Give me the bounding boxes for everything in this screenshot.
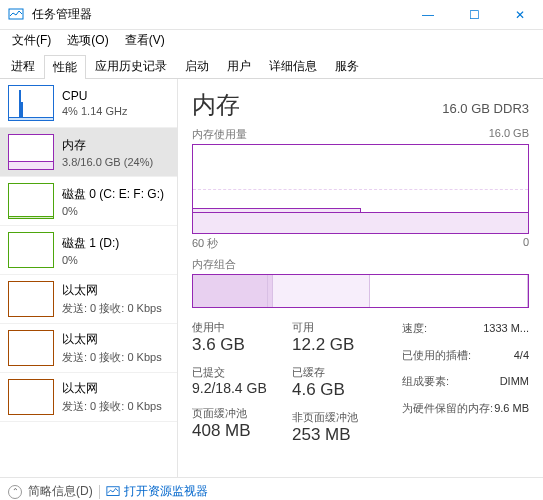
sidebar-item-cpu[interactable]: CPU 4% 1.14 GHz bbox=[0, 79, 177, 128]
sidebar-item-disk-0[interactable]: 磁盘 0 (C: E: F: G:) 0% bbox=[0, 177, 177, 226]
stat-paged: 页面缓冲池 408 MB bbox=[192, 406, 292, 441]
stat-value: 3.6 GB bbox=[192, 335, 292, 355]
stat-value: 4.6 GB bbox=[292, 380, 402, 400]
tab-app-history[interactable]: 应用历史记录 bbox=[86, 54, 176, 78]
info-slots: 已使用的插槽: 4/4 bbox=[402, 347, 529, 364]
tab-services[interactable]: 服务 bbox=[326, 54, 368, 78]
stat-nonpaged: 非页面缓冲池 253 MB bbox=[292, 410, 402, 445]
disk-mini-graph bbox=[8, 232, 54, 268]
content: CPU 4% 1.14 GHz 内存 3.8/16.0 GB (24%) 磁盘 … bbox=[0, 79, 543, 477]
stats-col-2: 可用 12.2 GB 已缓存 4.6 GB 非页面缓冲池 253 MB bbox=[292, 320, 402, 445]
net-mini-graph bbox=[8, 330, 54, 366]
sidebar-item-sub: 4% 1.14 GHz bbox=[62, 105, 127, 117]
sidebar-info: 磁盘 1 (D:) 0% bbox=[62, 232, 119, 268]
stat-label: 使用中 bbox=[192, 320, 292, 335]
sidebar-item-label: 磁盘 1 (D:) bbox=[62, 235, 119, 252]
sidebar-item-sub: 发送: 0 接收: 0 Kbps bbox=[62, 301, 162, 316]
fewer-details-link[interactable]: 简略信息(D) bbox=[28, 483, 93, 500]
window-controls: — ☐ ✕ bbox=[405, 0, 543, 30]
info-val: 9.6 MB bbox=[494, 400, 529, 417]
svg-rect-1 bbox=[107, 486, 119, 495]
info-val: 1333 M... bbox=[483, 320, 529, 337]
tab-users[interactable]: 用户 bbox=[218, 54, 260, 78]
tab-performance[interactable]: 性能 bbox=[44, 55, 86, 79]
stat-value: 253 MB bbox=[292, 425, 402, 445]
app-icon bbox=[8, 7, 24, 23]
stat-committed: 已提交 9.2/18.4 GB bbox=[192, 365, 292, 396]
sidebar-item-ethernet-1[interactable]: 以太网 发送: 0 接收: 0 Kbps bbox=[0, 324, 177, 373]
sidebar-item-label: CPU bbox=[62, 89, 127, 103]
sidebar-info: CPU 4% 1.14 GHz bbox=[62, 85, 127, 121]
info-form: 组成要素: DIMM bbox=[402, 373, 529, 390]
cpu-mini-graph bbox=[8, 85, 54, 121]
sidebar-item-label: 以太网 bbox=[62, 331, 162, 348]
menubar: 文件(F) 选项(O) 查看(V) bbox=[0, 30, 543, 50]
memory-usage-graph[interactable] bbox=[192, 144, 529, 234]
info-key: 速度: bbox=[402, 320, 427, 337]
monitor-label: 打开资源监视器 bbox=[124, 483, 208, 500]
net-mini-graph bbox=[8, 379, 54, 415]
menu-file[interactable]: 文件(F) bbox=[4, 30, 59, 50]
stat-label: 页面缓冲池 bbox=[192, 406, 292, 421]
footer: ⌃ 简略信息(D) 打开资源监视器 bbox=[0, 477, 543, 500]
memory-spec: 16.0 GB DDR3 bbox=[442, 101, 529, 116]
minimize-button[interactable]: — bbox=[405, 0, 451, 30]
disk-mini-graph bbox=[8, 183, 54, 219]
time-end: 0 bbox=[523, 236, 529, 251]
sidebar-item-disk-1[interactable]: 磁盘 1 (D:) 0% bbox=[0, 226, 177, 275]
comp-standby bbox=[273, 275, 369, 307]
monitor-icon bbox=[106, 485, 120, 499]
page-title: 内存 bbox=[192, 89, 240, 121]
sidebar-item-label: 以太网 bbox=[62, 380, 162, 397]
info-val: DIMM bbox=[500, 373, 529, 390]
stat-value: 12.2 GB bbox=[292, 335, 402, 355]
chevron-up-icon[interactable]: ⌃ bbox=[8, 485, 22, 499]
info-key: 组成要素: bbox=[402, 373, 449, 390]
sidebar-item-sub: 3.8/16.0 GB (24%) bbox=[62, 156, 153, 168]
sidebar-info: 以太网 发送: 0 接收: 0 Kbps bbox=[62, 330, 162, 366]
stat-cached: 已缓存 4.6 GB bbox=[292, 365, 402, 400]
stat-value: 408 MB bbox=[192, 421, 292, 441]
open-resource-monitor-link[interactable]: 打开资源监视器 bbox=[106, 483, 208, 500]
divider bbox=[99, 485, 100, 499]
svg-rect-0 bbox=[9, 9, 23, 19]
sidebar-item-sub: 0% bbox=[62, 205, 164, 217]
comp-in-use bbox=[193, 275, 268, 307]
sidebar-item-ethernet-0[interactable]: 以太网 发送: 0 接收: 0 Kbps bbox=[0, 275, 177, 324]
memory-mini-graph bbox=[8, 134, 54, 170]
info-val: 4/4 bbox=[514, 347, 529, 364]
comp-free bbox=[370, 275, 528, 307]
info-reserved: 为硬件保留的内存: 9.6 MB bbox=[402, 400, 529, 417]
sidebar-item-ethernet-2[interactable]: 以太网 发送: 0 接收: 0 Kbps bbox=[0, 373, 177, 422]
tabs: 进程 性能 应用历史记录 启动 用户 详细信息 服务 bbox=[0, 50, 543, 79]
composition-label: 内存组合 bbox=[192, 257, 529, 272]
tab-startup[interactable]: 启动 bbox=[176, 54, 218, 78]
tab-details[interactable]: 详细信息 bbox=[260, 54, 326, 78]
stat-label: 已提交 bbox=[192, 365, 292, 380]
main-header: 内存 16.0 GB DDR3 bbox=[192, 89, 529, 121]
info-key: 为硬件保留的内存: bbox=[402, 400, 493, 417]
close-button[interactable]: ✕ bbox=[497, 0, 543, 30]
stat-label: 非页面缓冲池 bbox=[292, 410, 402, 425]
net-mini-graph bbox=[8, 281, 54, 317]
memory-composition-graph[interactable] bbox=[192, 274, 529, 308]
stats-col-1: 使用中 3.6 GB 已提交 9.2/18.4 GB 页面缓冲池 408 MB bbox=[192, 320, 292, 445]
stat-label: 可用 bbox=[292, 320, 402, 335]
usage-label: 内存使用量 bbox=[192, 127, 247, 142]
titlebar: 任务管理器 — ☐ ✕ bbox=[0, 0, 543, 30]
info-key: 已使用的插槽: bbox=[402, 347, 471, 364]
stats: 使用中 3.6 GB 已提交 9.2/18.4 GB 页面缓冲池 408 MB … bbox=[192, 320, 529, 445]
maximize-button[interactable]: ☐ bbox=[451, 0, 497, 30]
time-axis: 60 秒 0 bbox=[192, 236, 529, 251]
sidebar-item-sub: 发送: 0 接收: 0 Kbps bbox=[62, 399, 162, 414]
sidebar-item-label: 以太网 bbox=[62, 282, 162, 299]
stat-available: 可用 12.2 GB bbox=[292, 320, 402, 355]
sidebar-item-memory[interactable]: 内存 3.8/16.0 GB (24%) bbox=[0, 128, 177, 177]
sidebar-item-label: 内存 bbox=[62, 137, 153, 154]
sidebar-item-label: 磁盘 0 (C: E: F: G:) bbox=[62, 186, 164, 203]
menu-view[interactable]: 查看(V) bbox=[117, 30, 173, 50]
menu-options[interactable]: 选项(O) bbox=[59, 30, 116, 50]
sidebar-info: 内存 3.8/16.0 GB (24%) bbox=[62, 134, 153, 170]
sidebar-info: 磁盘 0 (C: E: F: G:) 0% bbox=[62, 183, 164, 219]
tab-processes[interactable]: 进程 bbox=[2, 54, 44, 78]
